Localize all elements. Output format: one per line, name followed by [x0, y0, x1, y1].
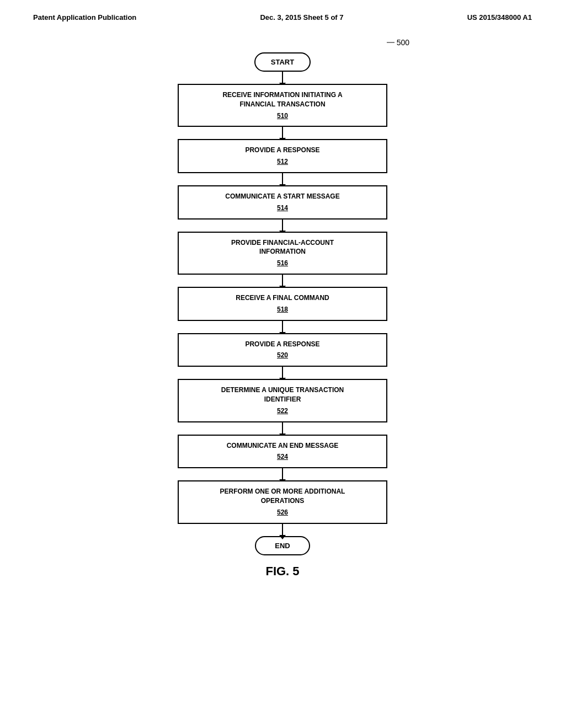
fig-caption: FIG. 5 — [265, 564, 299, 579]
arrow-512 — [282, 173, 283, 185]
step-524-number: 524 — [188, 452, 377, 462]
page-header: Patent Application Publication Dec. 3, 2… — [0, 0, 565, 22]
step-520-number: 520 — [188, 351, 377, 360]
figure-number-area: 500 — [145, 38, 420, 47]
start-node: START — [254, 52, 311, 72]
arrow-514 — [282, 220, 283, 232]
step-514: COMMUNICATE A START MESSAGE514 — [178, 185, 387, 220]
step-526-number: 526 — [188, 508, 377, 517]
header-center: Dec. 3, 2015 Sheet 5 of 7 — [260, 13, 343, 22]
figure-number: 500 — [387, 38, 409, 47]
arrow-518 — [282, 321, 283, 333]
step-518-number: 518 — [188, 305, 377, 314]
start-node-area: START — [254, 52, 311, 84]
step-522-number: 522 — [188, 406, 377, 416]
step-512-number: 512 — [188, 157, 377, 167]
arrow-510 — [282, 127, 283, 139]
step-520: PROVIDE A RESPONSE520 — [178, 333, 387, 367]
arrow-to-end — [282, 524, 283, 536]
step-524: COMMUNICATE AN END MESSAGE524 — [178, 435, 387, 469]
arrow-start-510 — [282, 72, 283, 84]
steps-container: RECEIVE INFORMATION INITIATING A FINANCI… — [178, 84, 387, 536]
header-right: US 2015/348000 A1 — [467, 13, 532, 22]
step-514-number: 514 — [188, 204, 377, 213]
step-526: PERFORM ONE OR MORE ADDITIONAL OPERATION… — [178, 480, 387, 523]
step-510: RECEIVE INFORMATION INITIATING A FINANCI… — [178, 84, 387, 127]
step-516: PROVIDE FINANCIAL-ACCOUNT INFORMATION516 — [178, 232, 387, 275]
step-512: PROVIDE A RESPONSE512 — [178, 139, 387, 173]
arrow-516 — [282, 275, 283, 287]
flowchart: 500 START RECEIVE INFORMATION INITIATING… — [0, 22, 565, 579]
arrow-520 — [282, 367, 283, 379]
step-516-number: 516 — [188, 259, 377, 268]
arrow-522 — [282, 422, 283, 435]
arrow-524 — [282, 468, 283, 480]
step-510-number: 510 — [188, 111, 377, 121]
header-left: Patent Application Publication — [33, 13, 136, 22]
step-518: RECEIVE A FINAL COMMAND518 — [178, 287, 387, 321]
step-522: DETERMINE A UNIQUE TRANSACTION IDENTIFIE… — [178, 379, 387, 422]
